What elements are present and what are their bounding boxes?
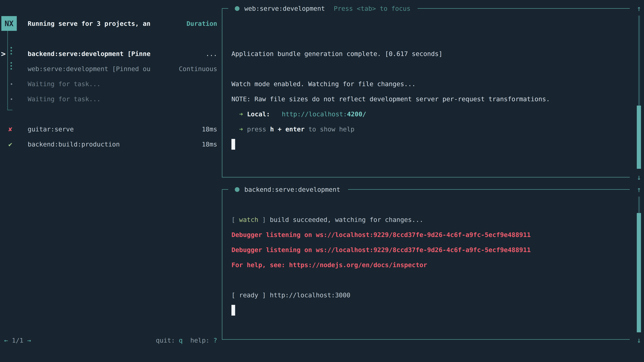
terminal-line: Watch mode enabled. Watching for file ch… (232, 76, 416, 91)
local-url-port[interactable]: 4200/ (347, 110, 366, 118)
terminal-line-help-hint: ➜press h + enter to show help (232, 122, 354, 137)
pane-border (222, 339, 630, 340)
pane-border (222, 8, 222, 177)
sidebar-header-title: Running serve for 3 projects, an (28, 16, 150, 31)
pending-dot-icon (11, 83, 12, 85)
pager: ← 1/1 → (4, 333, 31, 348)
keybinding-hints: quit: q help: ? (156, 333, 217, 348)
scroll-up-icon[interactable]: ↑ (635, 182, 643, 197)
bracket-close: ] (258, 216, 266, 223)
local-label: Local: (247, 110, 270, 118)
task-row-waiting-2[interactable]: Waiting for task... (28, 91, 100, 107)
pane-border (418, 8, 630, 9)
terminal-line-watch: [ watch ] build succeeded, watching for … (232, 212, 423, 227)
pager-next-icon[interactable]: → (27, 337, 31, 344)
local-url[interactable]: http://localhost: (282, 110, 347, 118)
bracket-open: [ (232, 216, 239, 223)
pending-dot-icon (11, 98, 12, 100)
quit-hint-label: quit: (156, 337, 179, 344)
pane-border (222, 8, 228, 9)
help-post: to show help (304, 125, 354, 133)
task-web-serve-status: Continuous (179, 61, 217, 76)
nx-tui-screen: NX Running serve for 3 projects, an Dura… (0, 0, 644, 362)
duration-column-header: Duration (186, 16, 217, 31)
nx-logo: NX (1, 16, 17, 31)
pager-prev-icon[interactable]: ← (4, 337, 8, 344)
terminal-line-ready: [ ready ] http://localhost:3000 (232, 288, 350, 303)
running-indicator-icon (10, 46, 12, 54)
terminal-line-debugger: Debugger listening on ws://localhost:922… (232, 242, 531, 257)
pane-border (222, 189, 222, 340)
task-guitar-serve-duration: 18ms (202, 122, 217, 137)
help-pre: press (247, 125, 270, 133)
pane-backend-serve-title[interactable]: backend:serve:development (244, 182, 340, 197)
arrow-icon: ➜ (239, 110, 243, 118)
task-backend-serve-status: ... (206, 46, 217, 61)
pager-page-indicator (8, 337, 12, 344)
pane-border (222, 177, 630, 177)
scroll-up-icon[interactable]: ↑ (635, 1, 643, 16)
help-keys: h + enter (270, 125, 304, 133)
terminal-cursor (232, 139, 235, 150)
help-key: ? (213, 337, 217, 344)
task-row-backend-build[interactable]: backend:build:production (28, 137, 120, 152)
task-failed-icon: ✘ (8, 122, 12, 137)
quit-key: q (179, 337, 183, 344)
terminal-line-inspector: For help, see: https://nodejs.org/en/doc… (232, 257, 427, 273)
scrollbar-thumb[interactable] (637, 106, 641, 169)
task-success-icon: ✔ (8, 137, 12, 152)
task-sidebar: NX Running serve for 3 projects, an Dura… (0, 0, 223, 362)
watch-tag: watch (239, 216, 258, 223)
pane-web-serve-title[interactable]: web:serve:development (244, 1, 325, 16)
scrollbar-thumb[interactable] (637, 213, 641, 332)
pane-status-dot-icon (235, 6, 240, 11)
task-tree-line (8, 31, 8, 110)
help-hint-label: help: (183, 337, 213, 344)
terminal-line: Application bundle generation complete. … (232, 46, 442, 61)
scrollbar-track[interactable] (638, 197, 640, 213)
task-row-guitar-serve[interactable]: guitar:serve (28, 122, 74, 137)
running-indicator-icon (10, 61, 12, 69)
arrow-icon: ➜ (239, 125, 243, 133)
scrollbar-track[interactable] (638, 15, 640, 106)
terminal-line-local-url: ➜Local:http://localhost:4200/ (232, 107, 366, 122)
pane-status-dot-icon (235, 187, 240, 192)
pane-border (348, 189, 630, 190)
selected-task-caret: > (1, 46, 6, 61)
task-backend-build-duration: 18ms (202, 137, 217, 152)
scroll-down-icon[interactable]: ↓ (635, 333, 643, 348)
task-row-waiting-1[interactable]: Waiting for task... (28, 76, 100, 91)
pane-border (222, 189, 228, 190)
pane-focus-hint: Press <tab> to focus (334, 1, 410, 16)
terminal-cursor (232, 305, 235, 316)
terminal-line: NOTE: Raw file sizes do not reflect deve… (232, 91, 550, 107)
pager-page: 1/1 (12, 337, 24, 344)
terminal-line-debugger: Debugger listening on ws://localhost:922… (232, 227, 531, 242)
watch-message: build succeeded, watching for changes... (266, 216, 423, 223)
task-tree-corner (8, 110, 12, 110)
task-row-web-serve[interactable]: web:serve:development [Pinned ou (28, 61, 150, 76)
task-row-backend-serve[interactable]: backend:serve:development [Pinne (28, 46, 150, 61)
